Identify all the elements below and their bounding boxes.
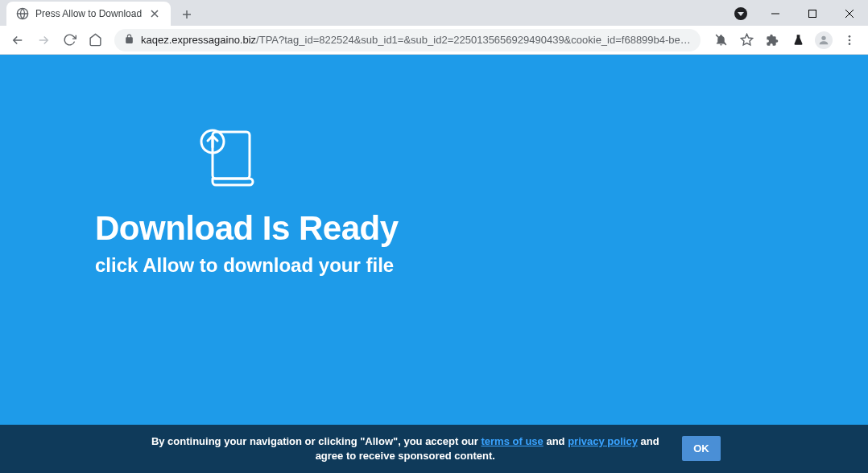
terms-link[interactable]: terms of use	[482, 435, 544, 447]
address-bar[interactable]: kaqez.expressagaino.biz/TPA?tag_id=82252…	[114, 29, 701, 51]
browser-tab[interactable]: Press Allow to Download	[6, 2, 171, 26]
browser-window: Press Allow to Download	[0, 0, 868, 473]
page-content: Download Is Ready click Allow to downloa…	[0, 55, 868, 473]
url-text: kaqez.expressagaino.biz/TPA?tag_id=82252…	[141, 34, 691, 46]
consent-text: By continuing your navigation or clickin…	[147, 434, 663, 463]
tab-strip: Press Allow to Download	[0, 0, 198, 26]
svg-rect-7	[213, 132, 250, 179]
new-tab-button[interactable]	[176, 3, 198, 26]
menu-button[interactable]	[837, 29, 862, 51]
toolbar-actions	[709, 29, 862, 51]
svg-rect-1	[809, 10, 816, 18]
close-window-button[interactable]	[831, 2, 868, 26]
maximize-button[interactable]	[794, 2, 831, 26]
avatar-icon	[815, 31, 833, 49]
extension-flask-icon[interactable]	[786, 29, 810, 51]
svg-point-6	[849, 43, 851, 45]
tab-title: Press Allow to Download	[35, 8, 142, 19]
globe-icon	[16, 7, 29, 20]
download-book-icon	[200, 127, 868, 193]
extensions-icon[interactable]	[760, 29, 784, 51]
consent-and1: and	[544, 435, 568, 447]
svg-point-4	[849, 35, 851, 38]
notifications-muted-icon[interactable]	[709, 29, 733, 51]
ok-button[interactable]: OK	[682, 436, 721, 461]
privacy-link[interactable]: privacy policy	[568, 435, 638, 447]
consent-prefix: By continuing your navigation or clickin…	[151, 435, 482, 447]
browser-toolbar: kaqez.expressagaino.biz/TPA?tag_id=82252…	[0, 26, 868, 55]
hero-title: Download Is Ready	[95, 209, 868, 248]
consent-bar: By continuing your navigation or clickin…	[0, 425, 868, 473]
forward-button[interactable]	[32, 29, 55, 51]
profile-button[interactable]	[812, 29, 836, 51]
reload-button[interactable]	[58, 29, 81, 51]
back-button[interactable]	[6, 29, 29, 51]
svg-point-5	[849, 39, 851, 41]
window-controls	[757, 2, 868, 26]
bookmark-star-icon[interactable]	[734, 29, 758, 51]
hero-subtitle: click Allow to download your file	[95, 254, 868, 277]
home-button[interactable]	[84, 29, 106, 51]
svg-point-3	[821, 35, 825, 39]
profile-indicator-icon[interactable]	[734, 7, 747, 20]
svg-marker-2	[741, 34, 752, 44]
minimize-button[interactable]	[757, 2, 794, 26]
url-host: kaqez.expressagaino.biz	[141, 34, 256, 46]
hero-section: Download Is Ready click Allow to downloa…	[0, 55, 868, 277]
close-tab-icon[interactable]	[148, 7, 161, 20]
lock-icon	[124, 34, 134, 47]
titlebar: Press Allow to Download	[0, 0, 868, 26]
url-path: /TPA?tag_id=822524&sub_id1=&sub_id2=2250…	[256, 34, 691, 46]
